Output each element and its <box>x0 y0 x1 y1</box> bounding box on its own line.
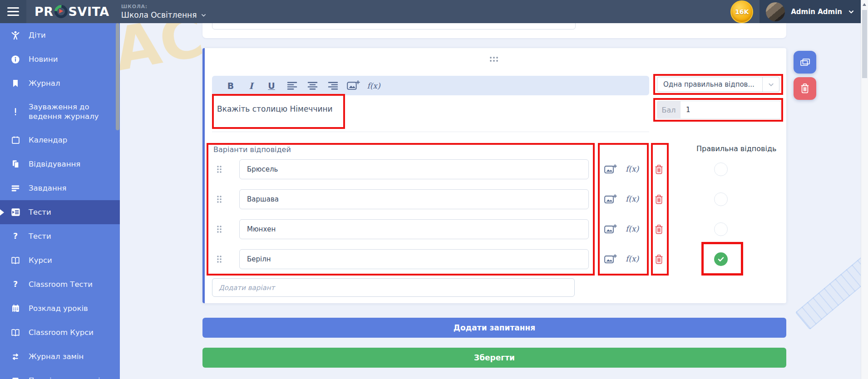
option-formula-button[interactable]: f(x) <box>626 254 639 263</box>
align-right-button[interactable] <box>326 79 340 93</box>
option-text-input[interactable] <box>239 189 589 209</box>
italic-button[interactable]: I <box>244 79 258 93</box>
hamburger-menu-button[interactable] <box>0 0 26 23</box>
correct-answer-radio[interactable] <box>714 162 728 176</box>
option-add-image-button[interactable] <box>604 253 617 267</box>
sidebar-item-book-9[interactable]: Курси <box>0 248 120 272</box>
sidebar-item-label: Classroom Тести <box>29 280 93 289</box>
coins-badge[interactable]: 16K <box>730 0 753 23</box>
trash-icon <box>799 82 811 95</box>
scrollbar-up-arrow-icon[interactable] <box>863 3 866 6</box>
sidebar-item-label: Відвідування <box>29 159 80 169</box>
option-text-input[interactable] <box>239 159 589 179</box>
sidebar-item-attendance-5[interactable]: Відвідування <box>0 152 120 176</box>
underline-button[interactable]: U <box>265 79 278 93</box>
image-add-icon <box>346 79 360 92</box>
warning-icon <box>10 106 21 117</box>
add-option-input[interactable] <box>212 278 575 297</box>
options-rows: f(x) f(x) f(x) <box>202 159 786 279</box>
sidebar-item-calendar-4[interactable]: Календар <box>0 128 120 152</box>
sidebar-item-label: Календар <box>29 135 67 145</box>
drag-handle-icon[interactable] <box>216 225 222 235</box>
sidebar-item-info-1[interactable]: Новини <box>0 47 120 71</box>
correct-answer-title: Правильна відповідь <box>696 144 783 153</box>
sidebar-item-tasks-6[interactable]: Завдання <box>0 176 120 200</box>
chevron-down-icon <box>848 9 854 15</box>
sidebar-item-book-12[interactable]: Classroom Курси <box>0 320 120 345</box>
sidebar-item-warning-3[interactable]: Зауваження до ведення журналу <box>0 95 120 128</box>
duplicate-question-button[interactable] <box>794 51 816 74</box>
align-right-icon <box>327 79 339 92</box>
option-delete-button[interactable] <box>653 253 665 267</box>
correct-answer-radio[interactable] <box>714 222 728 236</box>
school-selector[interactable]: ШКОЛА: Школа Освітлення <box>121 4 207 20</box>
option-text-input[interactable] <box>239 219 589 239</box>
sidebar-item-label: Журнал замін <box>29 352 84 361</box>
sidebar-item-question-10[interactable]: ? Classroom Тести <box>0 272 120 296</box>
option-add-image-button[interactable] <box>604 193 617 207</box>
question-type-value: Одна правильна відпов... <box>663 80 755 89</box>
trash-icon <box>653 253 665 266</box>
option-add-image-button[interactable] <box>604 163 617 177</box>
sidebar-item-bookmark-2[interactable]: Журнал <box>0 71 120 95</box>
logo-text-left: PR <box>35 5 54 19</box>
image-add-icon <box>604 253 617 265</box>
page-scrollbar[interactable] <box>861 0 868 379</box>
align-left-button[interactable] <box>285 79 299 93</box>
align-center-icon <box>306 79 319 92</box>
previous-question-input-partial[interactable] <box>212 23 576 30</box>
question-text-input[interactable]: Вкажіть столицю Німеччини <box>212 95 649 113</box>
sidebar-item-swap-13[interactable]: Журнал замін <box>0 345 120 369</box>
insert-image-button[interactable] <box>346 79 360 93</box>
option-formula-button[interactable]: f(x) <box>626 224 639 233</box>
option-add-image-button[interactable] <box>604 223 617 237</box>
drag-handle-icon[interactable] <box>216 255 222 265</box>
question-drag-handle-icon[interactable] <box>489 55 498 64</box>
option-delete-button[interactable] <box>653 193 665 207</box>
drag-handle-icon[interactable] <box>216 195 222 205</box>
prosvita-logo: PRSVITA <box>35 5 109 19</box>
image-add-icon <box>604 163 617 175</box>
add-question-button[interactable]: Додати запитання <box>202 318 786 338</box>
sidebar-item-question-8[interactable]: ? Тести <box>0 224 120 248</box>
option-formula-button[interactable]: f(x) <box>626 164 639 173</box>
drag-handle-icon[interactable] <box>216 165 222 175</box>
sidebar-item-child-0[interactable]: Діти <box>0 23 120 47</box>
copy-icon <box>799 56 811 69</box>
delete-question-button[interactable] <box>794 77 816 100</box>
sidebar-item-label: Зауваження до ведення журналу <box>29 102 113 122</box>
question-icon: ? <box>10 279 21 290</box>
child-icon <box>10 30 21 41</box>
score-input[interactable] <box>681 101 781 119</box>
align-center-button[interactable] <box>306 79 319 93</box>
option-delete-button[interactable] <box>653 223 665 237</box>
image-add-icon <box>604 193 617 205</box>
sidebar-item-tests-7[interactable]: Тести <box>0 200 120 224</box>
book-icon <box>10 327 21 338</box>
sidebar-item-note-14[interactable]: Примітки про учнів <box>0 369 120 379</box>
ruler-decoration <box>795 248 868 330</box>
user-menu[interactable]: Admin Admin <box>760 0 868 23</box>
sidebar-item-label: Курси <box>29 256 52 265</box>
save-button[interactable]: Зберегти <box>202 348 786 368</box>
option-formula-button[interactable]: f(x) <box>626 194 639 203</box>
sidebar-scrollbar-thumb[interactable] <box>116 23 119 130</box>
svg-text:?: ? <box>13 280 18 289</box>
option-row: f(x) <box>202 189 786 209</box>
sidebar-item-schedule-11[interactable]: Розклад уроків <box>0 296 120 320</box>
sidebar-item-label: Примітки про учнів <box>29 376 104 379</box>
book-icon <box>10 255 21 266</box>
correct-answer-radio[interactable] <box>714 192 728 206</box>
bold-button[interactable]: B <box>224 79 237 93</box>
question-card: B I U f(x) Вкажіть столицю Німеччини Одн… <box>202 48 786 303</box>
option-row: f(x) <box>202 159 786 179</box>
sidebar-item-label: Тести <box>29 231 51 241</box>
question-editor: B I U f(x) Вкажіть столицю Німеччини <box>212 76 649 132</box>
options-title: Варіанти відповідей <box>213 145 291 154</box>
question-type-dropdown[interactable]: Одна правильна відпов... <box>657 77 779 92</box>
option-delete-button[interactable] <box>653 163 665 177</box>
page-scrollbar-thumb[interactable] <box>862 10 867 78</box>
correct-answer-radio[interactable] <box>714 252 728 266</box>
option-text-input[interactable] <box>239 249 589 269</box>
formula-button[interactable]: f(x) <box>367 79 380 93</box>
